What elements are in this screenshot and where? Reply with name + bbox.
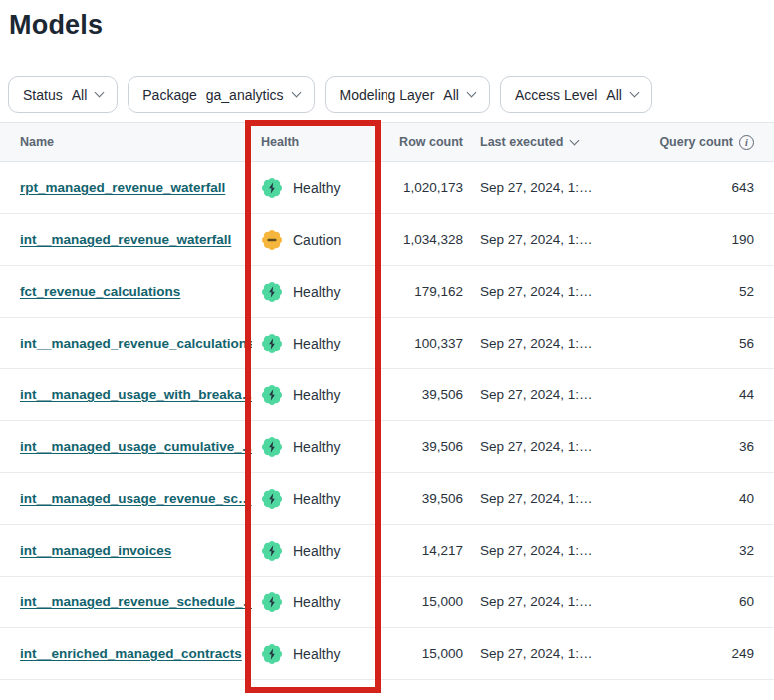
model-link[interactable]: int__managed_revenue_schedule_… xyxy=(20,594,252,609)
model-link[interactable]: int__managed_revenue_calculations xyxy=(20,336,252,350)
query-count-cell: 40 xyxy=(618,491,774,506)
table-row: int__managed_usage_with_breaka… Healthy … xyxy=(0,369,774,421)
filter-access-level-label: Access Level xyxy=(515,87,597,103)
table-row: int__managed_invoices Healthy 14,217 Sep… xyxy=(0,525,774,577)
column-header-last-executed[interactable]: Last executed xyxy=(463,135,618,149)
health-status-icon xyxy=(261,436,283,458)
last-executed-cell: Sep 27, 2024, 1:… xyxy=(463,439,618,454)
filter-access-level-value: All xyxy=(606,87,622,103)
row-count-cell: 100,337 xyxy=(379,336,463,350)
table-row: int__managed_revenue_calculations Health… xyxy=(0,318,774,369)
model-name-cell: int__enriched_managed_contracts xyxy=(0,646,252,661)
health-status-icon xyxy=(261,384,283,406)
model-link[interactable]: rpt_managed_revenue_waterfall xyxy=(20,180,225,195)
last-executed-cell: Sep 27, 2024, 1:… xyxy=(463,387,618,402)
column-header-name: Name xyxy=(0,135,252,149)
row-count-cell: 1,034,328 xyxy=(379,232,463,247)
filter-access-level[interactable]: Access Level All xyxy=(500,76,652,113)
column-header-health: Health xyxy=(252,135,379,149)
table-row: int__enriched_managed_contracts Healthy … xyxy=(0,628,774,680)
query-count-cell: 44 xyxy=(618,387,774,402)
query-count-cell: 190 xyxy=(618,232,774,247)
model-name-cell: int__managed_revenue_schedule_… xyxy=(0,594,252,609)
health-cell: Caution xyxy=(252,229,379,251)
table-row: int__managed_usage_revenue_sc… Healthy 3… xyxy=(0,473,774,525)
last-executed-cell: Sep 27, 2024, 1:… xyxy=(463,336,618,350)
filter-status-value: All xyxy=(72,87,88,103)
last-executed-cell: Sep 27, 2024, 1:… xyxy=(463,543,618,558)
health-status-icon xyxy=(261,281,283,303)
query-count-cell: 643 xyxy=(618,180,774,195)
model-name-cell: int__managed_usage_with_breaka… xyxy=(0,387,252,402)
row-count-cell: 39,506 xyxy=(379,439,463,454)
health-cell: Healthy xyxy=(252,488,379,510)
query-count-cell: 60 xyxy=(618,594,774,609)
table-row: int__managed_revenue_waterfall Caution 1… xyxy=(0,214,774,266)
info-icon[interactable]: i xyxy=(739,135,754,150)
models-table: Name Health Row count Last executed Quer… xyxy=(0,122,774,680)
model-name-cell: int__managed_revenue_waterfall xyxy=(0,232,252,247)
row-count-cell: 179,162 xyxy=(379,284,463,299)
query-count-cell: 249 xyxy=(618,646,774,661)
chevron-down-icon xyxy=(466,88,476,98)
table-row: rpt_managed_revenue_waterfall Healthy 1,… xyxy=(0,162,774,214)
last-executed-cell: Sep 27, 2024, 1:… xyxy=(463,594,618,609)
model-link[interactable]: int__managed_revenue_waterfall xyxy=(20,232,231,247)
health-status-icon xyxy=(261,177,283,199)
filter-status-label: Status xyxy=(23,87,63,103)
health-status-label: Healthy xyxy=(293,439,340,455)
chevron-down-icon xyxy=(629,88,639,98)
column-header-last-executed-label: Last executed xyxy=(480,135,563,149)
filter-modeling-layer-label: Modeling Layer xyxy=(340,87,435,103)
health-cell: Healthy xyxy=(252,591,379,613)
chevron-down-icon xyxy=(95,88,105,98)
model-name-cell: int__managed_usage_revenue_sc… xyxy=(0,491,252,506)
row-count-cell: 15,000 xyxy=(379,646,463,661)
model-link[interactable]: int__managed_usage_cumulative_… xyxy=(20,439,252,454)
health-status-label: Healthy xyxy=(293,594,340,610)
health-status-label: Healthy xyxy=(293,646,340,662)
model-link[interactable]: fct_revenue_calculations xyxy=(20,284,180,299)
column-header-query-count-label: Query count xyxy=(659,135,733,149)
health-status-label: Caution xyxy=(293,232,341,248)
query-count-cell: 56 xyxy=(618,336,774,350)
health-status-icon xyxy=(261,643,283,665)
filter-modeling-layer-value: All xyxy=(443,87,459,103)
filter-status[interactable]: Status All xyxy=(8,76,118,113)
last-executed-cell: Sep 27, 2024, 1:… xyxy=(463,232,618,247)
health-cell: Healthy xyxy=(252,177,379,199)
column-header-row-count: Row count xyxy=(379,135,463,149)
model-name-cell: fct_revenue_calculations xyxy=(0,284,252,299)
health-status-icon xyxy=(261,229,283,251)
model-link[interactable]: int__managed_invoices xyxy=(20,543,171,558)
model-link[interactable]: int__enriched_managed_contracts xyxy=(20,646,242,661)
health-status-icon xyxy=(261,488,283,510)
health-status-icon xyxy=(261,540,283,562)
column-header-query-count: Query count i xyxy=(618,135,774,150)
query-count-cell: 52 xyxy=(618,284,774,299)
health-status-icon xyxy=(261,333,283,354)
model-name-cell: int__managed_usage_cumulative_… xyxy=(0,439,252,454)
table-row: fct_revenue_calculations Healthy 179,162… xyxy=(0,266,774,318)
filter-package-label: Package xyxy=(142,87,196,103)
health-status-label: Healthy xyxy=(293,180,340,196)
model-link[interactable]: int__managed_usage_revenue_sc… xyxy=(20,491,252,506)
health-status-label: Healthy xyxy=(293,491,340,507)
model-link[interactable]: int__managed_usage_with_breaka… xyxy=(20,387,252,402)
row-count-cell: 1,020,173 xyxy=(379,180,463,195)
filter-modeling-layer[interactable]: Modeling Layer All xyxy=(325,76,490,113)
query-count-cell: 32 xyxy=(618,543,774,558)
model-name-cell: int__managed_invoices xyxy=(0,543,252,558)
health-cell: Healthy xyxy=(252,436,379,458)
table-header-row: Name Health Row count Last executed Quer… xyxy=(0,122,774,162)
query-count-cell: 36 xyxy=(618,439,774,454)
filter-package[interactable]: Package ga_analytics xyxy=(128,76,314,113)
last-executed-cell: Sep 27, 2024, 1:… xyxy=(463,284,618,299)
page-header: Models xyxy=(9,10,774,41)
table-row: int__managed_usage_cumulative_… Healthy … xyxy=(0,421,774,473)
health-cell: Healthy xyxy=(252,333,379,354)
table-body: rpt_managed_revenue_waterfall Healthy 1,… xyxy=(0,162,774,680)
row-count-cell: 39,506 xyxy=(379,387,463,402)
health-cell: Healthy xyxy=(252,540,379,562)
health-status-label: Healthy xyxy=(293,284,340,300)
